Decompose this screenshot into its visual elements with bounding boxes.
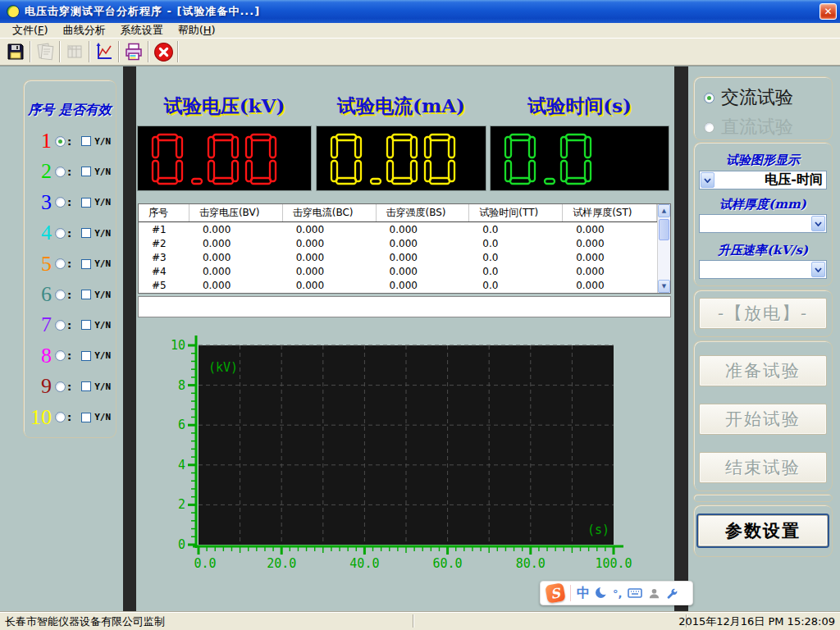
- scroll-down-button[interactable]: ▼: [658, 280, 670, 293]
- sequence-radio-9[interactable]: [55, 381, 66, 392]
- svg-text:(kV): (kV): [208, 360, 238, 375]
- column-header: 序号: [139, 204, 189, 221]
- sample-thickness-combobox[interactable]: [699, 214, 827, 233]
- sequence-radio-3[interactable]: [55, 197, 66, 208]
- sequence-radio-4[interactable]: [55, 228, 66, 239]
- sample-thickness-label: 试样厚度(mm): [694, 197, 832, 212]
- test-params-group: 试验图形显示 电压-时间 试样厚度(mm) 升压速率(kV/s): [693, 142, 833, 286]
- sequence-radio-7[interactable]: [55, 320, 66, 331]
- ime-user-icon[interactable]: [648, 587, 660, 600]
- title-bar: 电压击穿测试平台分析程序 - [试验准备中...] ✕: [0, 0, 840, 23]
- svg-text:4: 4: [178, 458, 185, 472]
- svg-text:20.0: 20.0: [267, 556, 296, 571]
- scrollbar-track[interactable]: [658, 242, 670, 280]
- ime-moon-icon[interactable]: [596, 587, 607, 599]
- sequence-radio-10[interactable]: [55, 412, 66, 422]
- menu-item-1[interactable]: 曲线分析: [56, 22, 113, 39]
- svg-text:10: 10: [171, 338, 185, 353]
- ramp-rate-combobox[interactable]: [699, 260, 827, 279]
- close-button[interactable]: ✕: [819, 3, 837, 20]
- ime-wrench-icon[interactable]: [666, 587, 678, 600]
- sequence-row-7: 7:Y/N: [26, 313, 111, 337]
- print-preview-icon: [35, 42, 55, 62]
- yn-label: Y/N: [94, 320, 111, 331]
- yn-label: Y/N: [94, 167, 111, 177]
- colon-label: :: [67, 289, 71, 301]
- ac-test-option[interactable]: 交流试验: [704, 85, 793, 110]
- valid-checkbox-2[interactable]: [81, 167, 91, 176]
- valid-checkbox-6[interactable]: [81, 290, 91, 299]
- colon-label: :: [67, 196, 71, 208]
- discharge-button[interactable]: -【放电】-: [699, 298, 827, 329]
- print-icon: [124, 42, 144, 62]
- yn-label: Y/N: [94, 197, 111, 208]
- valid-checkbox-4[interactable]: [81, 228, 91, 238]
- table-cell: 0.000: [189, 252, 283, 263]
- stop-button[interactable]: [151, 40, 176, 64]
- colon-label: :: [67, 135, 71, 148]
- start-test-button[interactable]: 开始试验: [699, 404, 827, 435]
- export-report-button[interactable]: [62, 40, 87, 64]
- print-button[interactable]: [121, 40, 146, 64]
- chevron-down-icon[interactable]: [811, 216, 825, 231]
- valid-checkbox-5[interactable]: [81, 259, 91, 269]
- param-settings-button[interactable]: 参数设置: [698, 515, 828, 546]
- dc-test-option[interactable]: 直流试验: [704, 115, 793, 139]
- sequence-row-4: 4:Y/N: [26, 221, 111, 245]
- yn-label: Y/N: [94, 290, 111, 300]
- table-cell: 0.000: [377, 266, 470, 277]
- print-preview-button[interactable]: [33, 40, 57, 64]
- svg-text:40.0: 40.0: [349, 556, 379, 571]
- svg-text:2: 2: [178, 497, 185, 512]
- valid-checkbox-3[interactable]: [81, 198, 91, 208]
- table-cell: 0.000: [189, 224, 283, 235]
- curve-analysis-button[interactable]: [92, 40, 116, 64]
- sequence-number: 3: [26, 192, 52, 213]
- valid-checkbox-10[interactable]: [81, 413, 91, 422]
- sequence-row-3: 3:Y/N: [26, 190, 111, 215]
- table-scrollbar[interactable]: ▲ ▼: [657, 204, 670, 293]
- scroll-up-button[interactable]: ▲: [658, 204, 670, 217]
- valid-checkbox-7[interactable]: [81, 320, 91, 330]
- stop-icon: [153, 42, 174, 62]
- sequence-radio-2[interactable]: [55, 167, 66, 177]
- ime-punctuation[interactable]: °,: [613, 587, 622, 600]
- table-cell: 0.000: [283, 238, 377, 249]
- ime-mode-chinese[interactable]: 中: [577, 585, 590, 602]
- table-cell: 0.000: [283, 224, 377, 235]
- chevron-down-icon[interactable]: [701, 172, 714, 188]
- menu-item-0[interactable]: 文件(F): [5, 22, 56, 39]
- end-test-button[interactable]: 结束试验: [699, 452, 827, 483]
- save-button[interactable]: [3, 40, 28, 64]
- table-cell: 0.000: [283, 252, 377, 263]
- curve-analysis-icon: [94, 42, 114, 62]
- dc-test-radio[interactable]: [704, 122, 714, 133]
- table-cell: 0.000: [563, 280, 657, 291]
- prepare-test-button[interactable]: 准备试验: [699, 355, 827, 386]
- valid-checkbox-1[interactable]: [81, 136, 91, 146]
- valid-checkbox-9[interactable]: [81, 381, 91, 391]
- menu-item-2[interactable]: 系统设置: [113, 22, 171, 39]
- test-current-label: 试验电流(mA): [316, 94, 486, 119]
- table-cell: #5: [139, 280, 189, 291]
- ime-keyboard-icon[interactable]: [628, 587, 642, 599]
- graph-display-combobox[interactable]: 电压-时间: [699, 171, 827, 189]
- sogou-logo-icon[interactable]: S: [545, 582, 565, 603]
- sequence-radio-1[interactable]: [55, 136, 66, 147]
- menu-item-3[interactable]: 帮助(H): [171, 22, 223, 39]
- discharge-group: -【放电】-: [693, 290, 833, 337]
- sequence-radio-5[interactable]: [55, 258, 66, 269]
- sequence-radio-8[interactable]: [55, 350, 66, 361]
- sequence-number: 4: [26, 222, 52, 244]
- chevron-down-icon[interactable]: [811, 262, 825, 277]
- ac-test-radio[interactable]: [704, 93, 714, 103]
- colon-label: :: [67, 227, 71, 240]
- sequence-number: 6: [26, 284, 52, 305]
- scrollbar-thumb[interactable]: [659, 219, 669, 240]
- sequence-radio-6[interactable]: [55, 290, 66, 300]
- table-cell: 0.000: [563, 238, 657, 249]
- valid-checkbox-8[interactable]: [81, 351, 91, 361]
- table-row: #50.0000.0000.0000.00.000: [139, 278, 657, 292]
- yn-label: Y/N: [94, 350, 111, 361]
- results-table: 序号击穿电压(BV)击穿电流(BC)击穿强度(BS)试验时间(TT)试样厚度(S…: [138, 203, 671, 294]
